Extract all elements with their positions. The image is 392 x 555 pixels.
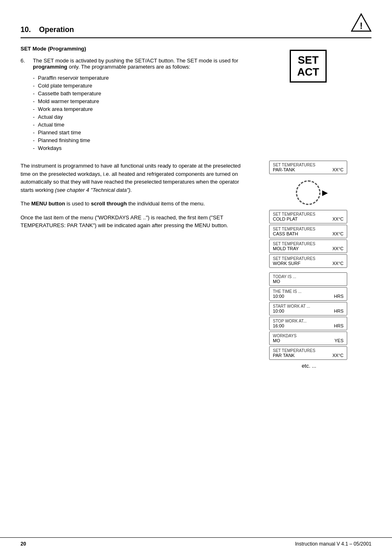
menu-line1: SET TEMPERATURES: [273, 227, 344, 231]
italic-ref: (see chapter 4 "Technical data").: [55, 187, 132, 193]
menu-knob: ▶: [296, 180, 321, 205]
list-item: Actual day: [33, 113, 251, 121]
act-label: ACT: [297, 66, 319, 78]
menu-line2: 10:00 HRS: [273, 309, 344, 313]
content-area: SET Mode (Programming) 6. The SET mode i…: [21, 46, 371, 369]
menu-item-start-work: START WORK AT ... 10:00 HRS: [269, 302, 347, 315]
list-item: Mold warmer temperature: [33, 97, 251, 105]
menu-line2: PAR TANK XX°C: [273, 353, 344, 358]
right-column: SET ACT SET TEMPERATURES PAR-TANK XX°C: [259, 46, 357, 369]
menu-line2: MO YES: [273, 338, 344, 343]
menu-line2: WORK SURF XX°C: [273, 261, 344, 266]
list-item-6: 6. The SET mode is activated by pushing …: [21, 58, 251, 156]
menu-line2: MO: [273, 279, 344, 284]
list-item: Actual time: [33, 121, 251, 129]
list-number: 6.: [21, 58, 29, 156]
footer-page: 20: [21, 541, 26, 547]
menu-item-time: THE TIME IS ... 10:00 HRS: [269, 287, 347, 301]
set-act-button: SET ACT: [290, 50, 327, 83]
menu-line2: COLD PLAT XX°C: [273, 216, 344, 221]
etc-label: etc. ...: [302, 363, 316, 369]
set-label: SET: [298, 54, 319, 66]
menu-item-par-tank-bottom: SET TEMPERATURES PAR TANK XX°C: [269, 346, 347, 360]
menu-button-label: MENU button: [31, 200, 65, 207]
menu-line1: SET TEMPERATURES: [273, 212, 344, 216]
menu-line1: WORKDAYS: [273, 334, 344, 338]
svg-text:!: !: [360, 21, 362, 31]
list-item: Cassette bath temperature: [33, 90, 251, 97]
menu-line1: TODAY IS ...: [273, 274, 344, 279]
menu-line1: START WORK AT ...: [273, 304, 344, 309]
knob-arrow-icon: ▶: [322, 188, 328, 197]
left-column: SET Mode (Programming) 6. The SET mode i…: [21, 46, 251, 369]
footer: 20 Instruction manual V 4.1 – 05/2001: [0, 537, 392, 547]
bullet-list: Paraffin reservoir temperature Cold plat…: [33, 74, 251, 152]
menu-line2: CASS BATH XX°C: [273, 231, 344, 236]
list-item: Planned start time: [33, 129, 251, 136]
menu-item-cass-bath: SET TEMPERATURES CASS BATH XX°C: [269, 225, 347, 238]
menu-line1: SET TEMPERATURES: [273, 256, 344, 261]
intro-bold: programming: [33, 64, 67, 70]
menu-line1: SET TEMPERATURES: [273, 242, 344, 246]
menu-line1: STOP WORK AT...: [273, 319, 344, 323]
menu-line2: 10:00 HRS: [273, 294, 344, 299]
menu-line2: MOLD TRAY XX°C: [273, 246, 344, 251]
menu-item-mold-tray: SET TEMPERATURES MOLD TRAY XX°C: [269, 240, 347, 253]
list-content: The SET mode is activated by pushing the…: [33, 58, 251, 156]
section-number: 10.: [21, 25, 31, 34]
paragraph-1: The instrument is programmed to have all…: [21, 162, 251, 194]
menu-line1: SET TEMPERATURES: [273, 163, 344, 167]
menu-item-work-surf: SET TEMPERATURES WORK SURF XX°C: [269, 254, 347, 268]
menu-item-workdays: WORKDAYS MO YES: [269, 332, 347, 345]
menu-line2: PAR-TANK XX°C: [273, 167, 344, 172]
list-item: Cold plate temperature: [33, 82, 251, 90]
menu-line1: THE TIME IS ...: [273, 289, 344, 294]
page-title: Operation: [39, 25, 74, 34]
menu-item-cold-plat: SET TEMPERATURES COLD PLAT XX°C: [269, 210, 347, 223]
menu-item-par-tank-top: SET TEMPERATURES PAR-TANK XX°C: [269, 161, 347, 174]
header: 10. Operation !: [21, 12, 371, 38]
list-item: Work area temperature: [33, 105, 251, 113]
footer-manual: Instruction manual V 4.1 – 05/2001: [295, 541, 371, 547]
paragraph-2: The MENU button is used to scroll throug…: [21, 200, 251, 208]
menu-display-list: SET TEMPERATURES PAR-TANK XX°C ▶ SET TEM…: [269, 161, 347, 369]
list-item: Planned finishing time: [33, 136, 251, 144]
list-item: Paraffin reservoir temperature: [33, 74, 251, 82]
menu-item-today: TODAY IS ... MO: [269, 272, 347, 286]
knob-circle: [296, 180, 321, 205]
page: 10. Operation ! SET Mode (Programming) 6…: [0, 0, 392, 555]
list-item: Workdays: [33, 144, 251, 152]
menu-item-stop-work: STOP WORK AT... 16:00 HRS: [269, 317, 347, 330]
menu-line1: SET TEMPERATURES: [273, 348, 344, 353]
scroll-through-label: scroll through: [91, 200, 127, 207]
intro-text: The SET mode is activated by pushing the…: [33, 58, 238, 70]
warning-icon: !: [351, 12, 371, 34]
menu-line2: 16:00 HRS: [273, 323, 344, 328]
paragraph-3: Once the last item of the menu ("WORKDAY…: [21, 214, 251, 230]
set-mode-heading: SET Mode (Programming): [21, 46, 251, 52]
